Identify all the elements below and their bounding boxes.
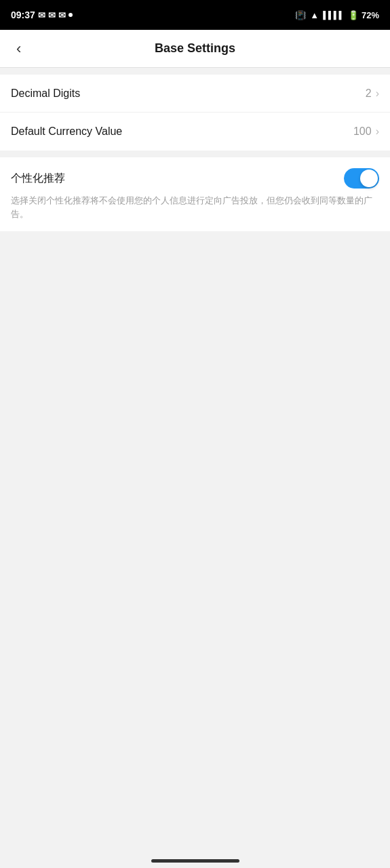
decimal-digits-label: Decimal Digits — [11, 87, 80, 100]
default-currency-right: 100 › — [353, 125, 379, 138]
home-indicator — [151, 859, 239, 863]
chevron-icon: › — [376, 87, 379, 100]
back-icon: ‹ — [16, 40, 21, 58]
settings-group: Decimal Digits 2 › Default Currency Valu… — [0, 75, 390, 151]
default-currency-value: 100 — [353, 125, 372, 138]
signal-icon: ▌▌▌▌ — [323, 11, 344, 19]
page-title: Base Settings — [155, 41, 235, 56]
toggle-slider — [344, 168, 379, 189]
status-bar: 09:37 ✉ ✉ ✉ 📳 ▲ ▌▌▌▌ 🔋 72% — [0, 0, 390, 30]
nav-bar: ‹ Base Settings — [0, 30, 390, 68]
personalization-title: 个性化推荐 — [11, 172, 65, 186]
decimal-digits-right: 2 › — [366, 87, 379, 100]
personalization-group: 个性化推荐 选择关闭个性化推荐将不会使用您的个人信息进行定向广告投放，但您仍会收… — [0, 157, 390, 231]
decimal-digits-row[interactable]: Decimal Digits 2 › — [0, 75, 390, 113]
personalization-toggle[interactable] — [344, 168, 379, 189]
default-currency-label: Default Currency Value — [11, 125, 122, 138]
mail-icon-2: ✉ — [48, 10, 56, 20]
vibrate-icon: 📳 — [295, 10, 306, 20]
back-button[interactable]: ‹ — [11, 35, 26, 63]
mail-icon-3: ✉ — [58, 10, 66, 20]
chevron-icon-2: › — [376, 125, 379, 138]
personalization-header: 个性化推荐 — [11, 168, 379, 189]
battery-display: 🔋 72% — [348, 10, 379, 20]
wifi-icon: ▲ — [310, 10, 319, 20]
personalization-description: 选择关闭个性化推荐将不会使用您的个人信息进行定向广告投放，但您仍会收到同等数量的… — [11, 194, 379, 220]
notification-dot — [69, 13, 73, 17]
decimal-digits-value: 2 — [366, 87, 372, 100]
status-right: 📳 ▲ ▌▌▌▌ 🔋 72% — [295, 10, 379, 20]
status-left: 09:37 ✉ ✉ ✉ — [11, 9, 73, 20]
mail-icon-1: ✉ — [38, 10, 45, 20]
default-currency-row[interactable]: Default Currency Value 100 › — [0, 113, 390, 151]
time-display: 09:37 — [11, 9, 35, 20]
content-area: Decimal Digits 2 › Default Currency Valu… — [0, 75, 390, 868]
